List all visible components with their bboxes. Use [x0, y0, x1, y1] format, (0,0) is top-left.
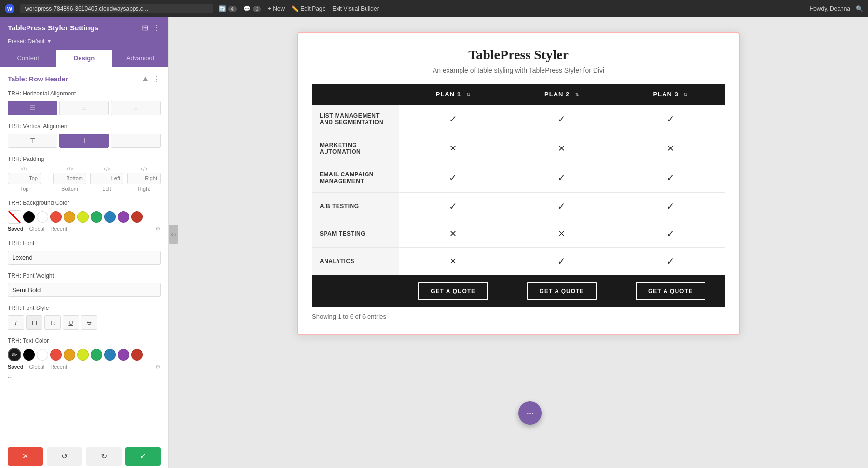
- align-right-btn[interactable]: ≡: [111, 101, 161, 115]
- browser-bar: W wordpress-784896-3610405.cloudwaysapps…: [0, 0, 868, 17]
- exit-builder-nav[interactable]: Exit Visual Builder: [332, 5, 379, 12]
- padding-right-input[interactable]: [127, 173, 161, 184]
- row-2-plan1: ✓: [399, 163, 507, 193]
- text-color-green-swatch[interactable]: [91, 349, 102, 361]
- table-footer-plan2: GET A QUOTE: [507, 275, 616, 308]
- link-icon-top: </>: [21, 166, 27, 172]
- nav-counter-1[interactable]: 🔄 4: [219, 5, 237, 12]
- color-white-swatch[interactable]: [37, 211, 48, 223]
- table-header-plan2[interactable]: PLAN 2 ⇅: [507, 84, 616, 105]
- padding-left-input[interactable]: [90, 173, 123, 184]
- text-color-yellow-swatch[interactable]: [77, 349, 89, 361]
- fab-dots-icon: ···: [526, 407, 533, 419]
- table-header-empty: [312, 84, 399, 105]
- sidebar-preset: Preset: Default ▾: [0, 38, 168, 50]
- bg-color-gear-icon[interactable]: ⚙: [155, 226, 161, 232]
- sort-icon-plan3[interactable]: ⇅: [683, 92, 688, 97]
- padding-bottom-input[interactable]: [53, 173, 86, 184]
- main-layout: TablePress Styler Settings ⛶ ⊞ ⋮ Preset:…: [0, 17, 868, 468]
- text-color-blue-swatch[interactable]: [104, 349, 116, 361]
- caps-style-btn[interactable]: Tₜ: [44, 315, 61, 330]
- search-icon[interactable]: 🔍: [856, 5, 863, 12]
- text-color-picker[interactable]: ✏: [8, 348, 21, 361]
- padding-bottom-label: Bottom: [61, 186, 78, 192]
- table-header-row: PLAN 1 ⇅ PLAN 2 ⇅ PLAN 3 ⇅: [312, 84, 725, 105]
- padding-top-input[interactable]: [8, 173, 41, 184]
- padding-top-field: </> Top: [8, 166, 41, 192]
- text-color-tab-global[interactable]: Global: [29, 364, 44, 370]
- tab-advanced[interactable]: Advanced: [112, 50, 168, 67]
- quote-btn-plan3[interactable]: GET A QUOTE: [636, 282, 705, 300]
- bg-color-section: Saved Global Recent ⚙: [8, 210, 161, 232]
- section-more-icon[interactable]: ⋮: [153, 74, 161, 83]
- table-header-plan3[interactable]: PLAN 3 ⇅: [616, 84, 725, 105]
- color-red-swatch[interactable]: [50, 211, 62, 223]
- text-color-tab-saved[interactable]: Saved: [8, 364, 23, 370]
- align-center-btn[interactable]: ≡: [59, 101, 109, 115]
- font-style-label: TRH: Font Style: [8, 305, 161, 311]
- sidebar-tabs: Content Design Advanced: [0, 50, 168, 67]
- italic-style-btn[interactable]: I: [8, 315, 24, 330]
- font-select[interactable]: Lexend: [8, 251, 161, 265]
- redo-button[interactable]: ↻: [86, 447, 122, 466]
- bold-style-btn[interactable]: TT: [26, 315, 42, 330]
- quote-btn-plan1[interactable]: GET A QUOTE: [418, 282, 488, 300]
- check-icon: ✓: [666, 114, 675, 124]
- save-button[interactable]: ✓: [125, 447, 161, 466]
- color-green-swatch[interactable]: [91, 211, 102, 223]
- nav-comment[interactable]: 💬 0: [244, 5, 261, 12]
- bg-color-tab-global[interactable]: Global: [29, 226, 44, 232]
- valign-middle-btn[interactable]: ⊥: [59, 134, 109, 148]
- valign-bottom-btn[interactable]: ⊥: [111, 134, 161, 148]
- color-orange-swatch[interactable]: [64, 211, 75, 223]
- tab-content[interactable]: Content: [0, 50, 56, 67]
- text-color-orange-swatch[interactable]: [64, 349, 75, 361]
- text-color-gear-icon[interactable]: ⚙: [155, 363, 161, 370]
- bg-color-label: TRH: Background Color: [8, 200, 161, 206]
- cancel-button[interactable]: ✕: [8, 447, 43, 466]
- row-1-plan2: ✕: [507, 134, 616, 163]
- table-header-plan1[interactable]: PLAN 1 ⇅: [399, 84, 507, 105]
- color-yellow-swatch[interactable]: [77, 211, 89, 223]
- more-options-icon[interactable]: ⋮: [153, 23, 161, 32]
- padding-right-label: Right: [138, 186, 150, 192]
- check-icon: ✓: [666, 256, 675, 267]
- color-purple-swatch[interactable]: [118, 211, 129, 223]
- valign-top-btn[interactable]: ⊤: [8, 134, 57, 148]
- tab-design[interactable]: Design: [56, 50, 112, 67]
- text-color-black-swatch[interactable]: [23, 349, 35, 361]
- resize-handle[interactable]: ⇔: [169, 225, 178, 244]
- color-transparent-swatch[interactable]: [8, 210, 21, 224]
- columns-icon[interactable]: ⊞: [142, 23, 148, 32]
- bg-color-tab-recent[interactable]: Recent: [50, 226, 67, 232]
- align-left-btn[interactable]: ☰: [8, 101, 57, 115]
- bg-color-tab-saved[interactable]: Saved: [8, 226, 23, 232]
- table-title: TablePress Styler: [312, 47, 725, 63]
- check-icon: ✓: [666, 201, 675, 212]
- underline-style-btn[interactable]: U: [63, 315, 79, 330]
- maximize-icon[interactable]: ⛶: [129, 23, 137, 32]
- color-blue-swatch[interactable]: [104, 211, 116, 223]
- text-color-tab-recent[interactable]: Recent: [50, 364, 67, 370]
- text-color-purple-swatch[interactable]: [118, 349, 129, 361]
- collapse-icon[interactable]: ▲: [141, 74, 149, 83]
- sort-icon-plan1[interactable]: ⇅: [466, 92, 471, 97]
- new-nav-item[interactable]: + New: [268, 5, 285, 12]
- color-darkred-swatch[interactable]: [131, 211, 143, 223]
- fab-button[interactable]: ···: [518, 401, 542, 425]
- preset-label[interactable]: Preset: Default: [8, 38, 46, 45]
- color-black-swatch[interactable]: [23, 211, 35, 223]
- font-weight-select[interactable]: Semi Bold: [8, 283, 161, 297]
- sort-icon-plan2[interactable]: ⇅: [575, 92, 579, 97]
- section-icons: ▲ ⋮: [141, 74, 161, 83]
- sidebar-header: TablePress Styler Settings ⛶ ⊞ ⋮: [0, 17, 168, 38]
- table-footer-text: Showing 1 to 6 of 6 entries: [312, 313, 725, 320]
- row-header-2: EMAIL CAMPAIGN MANAGEMENT: [312, 163, 399, 193]
- text-color-red-swatch[interactable]: [50, 349, 62, 361]
- quote-btn-plan2[interactable]: GET A QUOTE: [527, 282, 597, 300]
- strikethrough-style-btn[interactable]: S: [81, 315, 97, 330]
- text-color-darkred-swatch[interactable]: [131, 349, 143, 361]
- undo-button[interactable]: ↺: [47, 447, 82, 466]
- text-color-white-swatch[interactable]: [37, 349, 48, 361]
- edit-page-nav[interactable]: ✏️ Edit Page: [291, 5, 326, 12]
